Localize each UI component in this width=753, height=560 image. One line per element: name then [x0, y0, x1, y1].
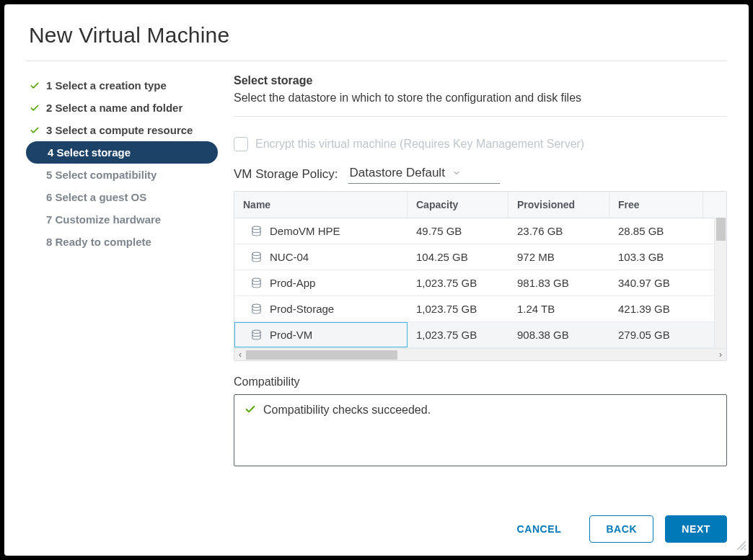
- back-button[interactable]: BACK: [589, 515, 653, 543]
- step-label: 6 Select a guest OS: [46, 191, 146, 203]
- col-provisioned[interactable]: Provisioned: [508, 192, 609, 218]
- vertical-scrollbar[interactable]: [714, 218, 726, 349]
- cell-capacity: 104.25 GB: [408, 244, 508, 270]
- encrypt-vm-row: Encrypt this virtual machine (Requires K…: [234, 137, 727, 151]
- datastore-table: Name Capacity Provisioned Free DemoVM HP…: [234, 191, 727, 361]
- chevron-down-icon: [452, 169, 461, 177]
- step-name-folder[interactable]: 2 Select a name and folder: [26, 97, 218, 119]
- table-row[interactable]: Prod-Storage1,023.75 GB1.24 TB421.39 GB: [234, 296, 726, 322]
- resize-handle-icon[interactable]: [736, 541, 747, 554]
- step-creation-type[interactable]: 1 Select a creation type: [26, 74, 218, 97]
- dialog-title: New Virtual Machine: [26, 4, 727, 61]
- vm-storage-policy-value: Datastore Default: [350, 166, 445, 180]
- horizontal-scrollbar[interactable]: ‹ ›: [234, 348, 726, 360]
- datastore-name: Prod-VM: [270, 329, 312, 341]
- encrypt-vm-label: Encrypt this virtual machine (Requires K…: [255, 138, 584, 151]
- scroll-track[interactable]: [246, 349, 715, 360]
- cell-free: 340.97 GB: [609, 270, 703, 295]
- table-row[interactable]: Prod-App1,023.75 GB981.83 GB340.97 GB: [234, 270, 726, 296]
- step-label: 2 Select a name and folder: [46, 102, 182, 114]
- check-icon: [29, 125, 40, 135]
- svg-point-4: [252, 330, 260, 334]
- vm-storage-policy-select[interactable]: Datastore Default: [348, 164, 500, 184]
- cell-provisioned: 908.38 GB: [508, 322, 609, 347]
- cell-free: 103.3 GB: [609, 244, 703, 270]
- check-icon: [29, 81, 40, 91]
- svg-point-0: [252, 226, 260, 230]
- section-subtitle: Select the datastore in which to store t…: [234, 92, 727, 117]
- step-compute-resource[interactable]: 3 Select a compute resource: [26, 119, 218, 141]
- step-ready-complete: 8 Ready to complete: [26, 231, 218, 253]
- datastore-icon: [250, 225, 263, 237]
- cell-name: DemoVM HPE: [234, 218, 408, 244]
- vm-storage-policy-label: VM Storage Policy:: [234, 167, 338, 182]
- table-body: DemoVM HPE49.75 GB23.76 GB28.85 GBNUC-04…: [234, 218, 726, 348]
- datastore-icon: [250, 303, 263, 315]
- datastore-name: NUC-04: [270, 251, 309, 263]
- col-capacity[interactable]: Capacity: [408, 192, 508, 218]
- step-select-storage[interactable]: 4 Select storage: [26, 141, 218, 164]
- table-header-row: Name Capacity Provisioned Free: [234, 192, 726, 218]
- wizard-steps: 1 Select a creation type 2 Select a name…: [26, 74, 218, 501]
- compatibility-box: Compatibility checks succeeded.: [234, 394, 727, 466]
- scroll-thumb[interactable]: [246, 350, 397, 360]
- cell-capacity: 1,023.75 GB: [408, 322, 508, 347]
- cancel-button[interactable]: CANCEL: [500, 515, 578, 543]
- encrypt-vm-checkbox[interactable]: [234, 137, 248, 151]
- cell-provisioned: 981.83 GB: [508, 270, 609, 295]
- cell-capacity: 1,023.75 GB: [408, 270, 508, 295]
- step-label: 1 Select a creation type: [46, 79, 167, 92]
- col-free[interactable]: Free: [609, 192, 703, 218]
- step-label: 3 Select a compute resource: [46, 124, 193, 136]
- compatibility-message: Compatibility checks succeeded.: [263, 404, 431, 417]
- step-compatibility: 5 Select compatibility: [26, 164, 218, 186]
- datastore-icon: [250, 251, 263, 263]
- table-row[interactable]: Prod-VM1,023.75 GB908.38 GB279.05 GB: [234, 322, 726, 348]
- scroll-left-arrow[interactable]: ‹: [234, 350, 246, 360]
- svg-point-1: [252, 252, 260, 256]
- step-guest-os: 6 Select a guest OS: [26, 186, 218, 208]
- cell-provisioned: 972 MB: [508, 244, 609, 270]
- datastore-icon: [250, 329, 263, 341]
- datastore-name: DemoVM HPE: [270, 225, 340, 237]
- cell-free: 279.05 GB: [609, 322, 703, 347]
- datastore-name: Prod-Storage: [270, 303, 334, 315]
- datastore-icon: [250, 277, 263, 289]
- svg-point-3: [252, 304, 260, 308]
- section-title: Select storage: [234, 74, 727, 87]
- cell-capacity: 49.75 GB: [408, 218, 508, 244]
- datastore-name: Prod-App: [270, 277, 315, 289]
- check-icon: [29, 103, 40, 113]
- cell-free: 28.85 GB: [609, 218, 703, 244]
- vm-storage-policy-row: VM Storage Policy: Datastore Default: [234, 164, 727, 184]
- compatibility-label: Compatibility: [234, 375, 727, 388]
- check-icon: [245, 404, 256, 418]
- table-row[interactable]: DemoVM HPE49.75 GB23.76 GB28.85 GB: [234, 218, 726, 244]
- step-label: 8 Ready to complete: [46, 236, 151, 248]
- cell-name: Prod-App: [234, 270, 408, 295]
- step-customize-hardware: 7 Customize hardware: [26, 208, 218, 231]
- step-label: 4 Select storage: [48, 146, 131, 159]
- table-row[interactable]: NUC-04104.25 GB972 MB103.3 GB: [234, 244, 726, 270]
- cell-name: Prod-Storage: [234, 296, 408, 321]
- scroll-right-arrow[interactable]: ›: [715, 350, 726, 360]
- cell-provisioned: 1.24 TB: [508, 296, 609, 321]
- cell-capacity: 1,023.75 GB: [408, 296, 508, 321]
- col-name[interactable]: Name: [234, 192, 408, 218]
- wizard-content: Select storage Select the datastore in w…: [234, 74, 727, 501]
- step-label: 5 Select compatibility: [46, 169, 157, 181]
- col-extra: [703, 197, 726, 212]
- cell-name: NUC-04: [234, 244, 408, 270]
- svg-point-2: [252, 278, 260, 282]
- cell-name: Prod-VM: [234, 322, 408, 347]
- step-label: 7 Customize hardware: [46, 213, 161, 226]
- dialog-body: 1 Select a creation type 2 Select a name…: [26, 61, 727, 501]
- scroll-thumb[interactable]: [716, 218, 726, 241]
- new-vm-wizard-dialog: New Virtual Machine 1 Select a creation …: [4, 4, 749, 556]
- dialog-footer: CANCEL BACK NEXT: [26, 501, 727, 556]
- next-button[interactable]: NEXT: [665, 515, 727, 543]
- cell-provisioned: 23.76 GB: [508, 218, 609, 244]
- cell-free: 421.39 GB: [609, 296, 703, 321]
